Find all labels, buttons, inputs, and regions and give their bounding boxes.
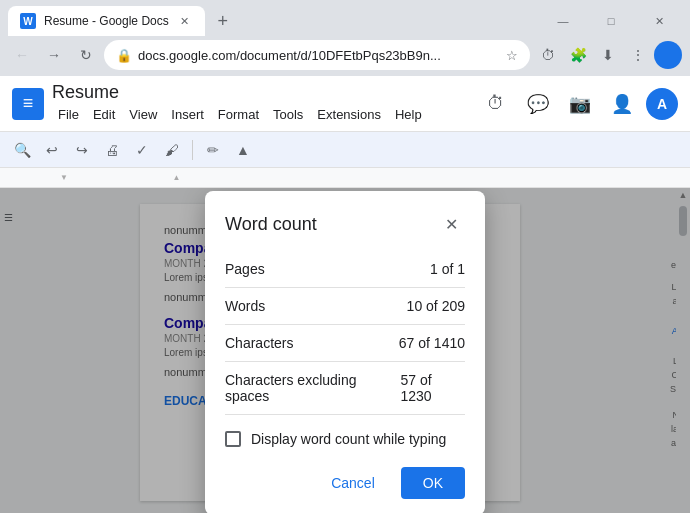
zoom-button[interactable]: 🔍 [8,136,36,164]
docs-content: ☰ nonummy Compa... MONTH 20X... Lorem ip… [0,188,690,513]
dialog-row-chars-no-spaces: Characters excluding spaces 57 of 1230 [225,361,465,414]
tab-title: Resume - Google Docs [44,14,169,28]
comments-button[interactable]: 💬 [520,86,556,122]
dialog-row-words: Words 10 of 209 [225,287,465,324]
edit-mode-button[interactable]: ✏ [199,136,227,164]
docs-app: ≡ Resume File Edit View Insert Format To… [0,76,690,513]
characters-label: Characters [225,335,293,351]
dialog-header: Word count ✕ [205,191,485,251]
dialog-overlay: Word count ✕ Pages 1 of 1 Words 10 of 20… [0,188,690,513]
words-value: 10 of 209 [407,298,465,314]
menu-view[interactable]: View [123,103,163,126]
dialog-title: Word count [225,214,317,235]
pages-label: Pages [225,261,265,277]
undo-button[interactable]: ↩ [38,136,66,164]
menu-extensions[interactable]: Extensions [311,103,387,126]
doc-title[interactable]: Resume [52,82,428,103]
history-button[interactable]: ⏱ [478,86,514,122]
spell-check-button[interactable]: ✓ [128,136,156,164]
title-bar: W Resume - Google Docs ✕ + — □ ✕ [0,0,690,36]
maximize-button[interactable]: □ [588,6,634,36]
docs-title-area: Resume File Edit View Insert Format Tool… [52,82,428,126]
new-tab-button[interactable]: + [209,7,237,35]
menu-edit[interactable]: Edit [87,103,121,126]
cancel-button[interactable]: Cancel [313,467,393,499]
print-button[interactable]: 🖨 [98,136,126,164]
tab-favicon: W [20,13,36,29]
pages-value: 1 of 1 [430,261,465,277]
redo-button[interactable]: ↪ [68,136,96,164]
docs-header: ≡ Resume File Edit View Insert Format To… [0,76,690,132]
browser-toolbar-icons: ⏱ 🧩 ⬇ ⋮ [534,41,682,69]
lock-icon: 🔒 [116,48,132,63]
dialog-checkbox-row: Display word count while typing [225,414,465,455]
menu-icon-btn[interactable]: ⋮ [624,41,652,69]
menu-file[interactable]: File [52,103,85,126]
browser-tab[interactable]: W Resume - Google Docs ✕ [8,6,205,36]
share-button[interactable]: 👤 [604,86,640,122]
menu-tools[interactable]: Tools [267,103,309,126]
history-icon-btn[interactable]: ⏱ [534,41,562,69]
url-text: docs.google.com/document/d/10DFEtbPqs23b… [138,48,500,63]
ok-button[interactable]: OK [401,467,465,499]
window-controls: — □ ✕ [540,6,682,36]
docs-menu: File Edit View Insert Format Tools Exten… [52,103,428,126]
forward-button[interactable]: → [40,41,68,69]
words-label: Words [225,298,265,314]
toolbar-divider [192,140,193,160]
back-button[interactable]: ← [8,41,36,69]
docs-logo: ≡ [12,88,44,120]
dialog-footer: Cancel OK [205,455,485,514]
characters-value: 67 of 1410 [399,335,465,351]
docs-toolbar: 🔍 ↩ ↪ 🖨 ✓ 🖌 ✏ ▲ [0,132,690,168]
star-icon: ☆ [506,48,518,63]
close-button[interactable]: ✕ [636,6,682,36]
word-count-checkbox[interactable] [225,431,241,447]
video-call-button[interactable]: 📷 [562,86,598,122]
profile-button[interactable] [654,41,682,69]
docs-header-icons: ⏱ 💬 📷 👤 A [478,86,678,122]
minimize-button[interactable]: — [540,6,586,36]
extensions-icon-btn[interactable]: 🧩 [564,41,592,69]
collapse-button[interactable]: ▲ [229,136,257,164]
docs-ruler: ▼ ▲ [0,168,690,188]
dialog-row-pages: Pages 1 of 1 [225,251,465,287]
download-icon-btn[interactable]: ⬇ [594,41,622,69]
chars-no-spaces-label: Characters excluding spaces [225,372,400,404]
user-avatar[interactable]: A [646,88,678,120]
refresh-button[interactable]: ↻ [72,41,100,69]
menu-help[interactable]: Help [389,103,428,126]
tab-close-button[interactable]: ✕ [177,13,193,29]
chars-no-spaces-value: 57 of 1230 [400,372,465,404]
address-bar: ← → ↻ 🔒 docs.google.com/document/d/10DFE… [0,36,690,76]
dialog-body: Pages 1 of 1 Words 10 of 209 Characters … [205,251,485,455]
menu-insert[interactable]: Insert [165,103,210,126]
browser-chrome: W Resume - Google Docs ✕ + — □ ✕ ← → ↻ 🔒… [0,0,690,76]
url-bar[interactable]: 🔒 docs.google.com/document/d/10DFEtbPqs2… [104,40,530,70]
word-count-dialog: Word count ✕ Pages 1 of 1 Words 10 of 20… [205,191,485,514]
checkbox-label: Display word count while typing [251,431,446,447]
dialog-row-characters: Characters 67 of 1410 [225,324,465,361]
menu-format[interactable]: Format [212,103,265,126]
dialog-close-button[interactable]: ✕ [437,211,465,239]
paint-format-button[interactable]: 🖌 [158,136,186,164]
